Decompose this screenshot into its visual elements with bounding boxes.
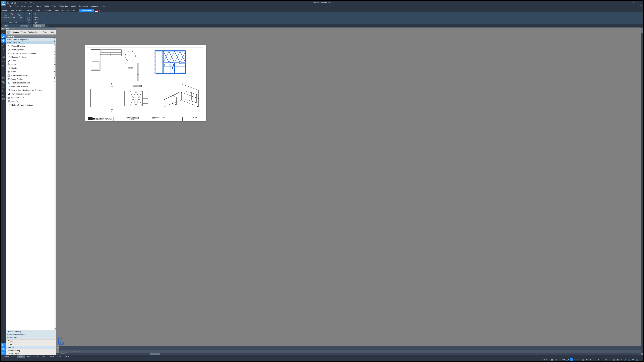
vtool-flip-icon[interactable] xyxy=(1,85,6,89)
vtool-edit-icon[interactable] xyxy=(1,34,6,38)
vtool-stretch-icon[interactable] xyxy=(1,59,6,63)
paper-space[interactable]: B 1:5 ○─ B A-A (1:40) A ⟼ ⟼ A xyxy=(85,45,206,121)
palette-copy-icon[interactable]: ⎘ xyxy=(53,56,56,59)
sp-item-bump-product[interactable]: Bump Product xyxy=(6,77,56,81)
palette-brush-icon[interactable]: ✐ xyxy=(53,60,56,63)
sp-sub-products[interactable]: Modify Products xyxy=(6,41,56,44)
sp-item-refresh-item-numbers-from-database[interactable]: Refresh Item Numbers from Database xyxy=(6,88,56,92)
ribtab-drawing-view[interactable]: Drawing View xyxy=(79,9,94,12)
ribtab-render[interactable]: Render xyxy=(25,9,34,12)
help-button[interactable]: ? xyxy=(7,30,10,34)
svg-rect-0 xyxy=(8,2,9,3)
qat-open-icon[interactable] xyxy=(11,2,13,4)
palette-hide-icon[interactable]: ⊘ xyxy=(53,76,56,79)
menu-edit[interactable]: Edit xyxy=(14,5,19,7)
menu-window[interactable]: Window xyxy=(90,5,99,7)
menu-file[interactable]: File xyxy=(8,5,13,7)
palette-clip-icon[interactable]: ▣ xyxy=(53,70,56,73)
sp-item-move[interactable]: Move xyxy=(6,62,56,66)
ribtab-insert[interactable]: Insert xyxy=(34,9,42,12)
add-doc-tab-button[interactable]: + xyxy=(46,24,49,27)
sp-menu-other[interactable]: Other xyxy=(42,31,49,33)
close-tab-icon[interactable]: ✕ xyxy=(43,25,44,26)
vtool-globe-icon[interactable] xyxy=(1,38,6,42)
sp-sub-room[interactable]: Modify Room Components xyxy=(6,38,56,41)
close-tab-icon[interactable]: ✕ xyxy=(30,25,32,26)
sp-item-copy[interactable]: Copy xyxy=(6,70,56,73)
palette-gear-icon[interactable]: ⚙ xyxy=(53,33,56,36)
sp-item-save-product-to-library[interactable]: Save Product to Library xyxy=(6,92,56,96)
vtool-mirror-icon[interactable] xyxy=(1,64,6,68)
vtool-copy-icon[interactable] xyxy=(1,80,6,84)
selected-viewport[interactable] xyxy=(154,50,187,75)
sp-item-group-products[interactable]: Group Products xyxy=(6,96,56,99)
sp-menu-company[interactable]: Company Setup xyxy=(11,31,27,33)
menu-draw[interactable]: Draw xyxy=(50,5,57,7)
menu-modify[interactable]: Modify xyxy=(70,5,78,7)
vtool-hatch-icon[interactable] xyxy=(1,97,6,101)
menu-view[interactable]: View xyxy=(20,5,26,7)
projected-view-button[interactable]: Projected xyxy=(1,12,9,21)
palette-dim-icon[interactable]: ⟷ xyxy=(53,66,56,69)
qat-print-icon[interactable] xyxy=(30,2,32,4)
sp-item-erase[interactable]: Erase xyxy=(6,59,56,62)
locale-flag-icon[interactable] xyxy=(95,10,98,12)
ribtab-annotate[interactable]: Annotate xyxy=(42,9,53,12)
vtool-pencil-icon[interactable] xyxy=(1,30,6,34)
update-view-button[interactable]: Update View xyxy=(33,12,40,21)
menu-format[interactable]: Format xyxy=(34,5,43,7)
sp-item-replace-products[interactable]: Replace Products xyxy=(6,55,56,59)
ribtab-output[interactable]: Output xyxy=(70,9,79,12)
palette-doc-icon[interactable]: ▯ xyxy=(53,36,56,39)
vtool-scale-icon[interactable] xyxy=(1,55,6,59)
vtool-text-icon[interactable]: A xyxy=(1,93,6,97)
palette-erase-icon[interactable]: ⌫ xyxy=(53,63,56,66)
doc-tab-start[interactable]: Start xyxy=(2,24,18,27)
vtool-rect-icon[interactable] xyxy=(1,76,6,80)
menu-tools[interactable]: Tools xyxy=(43,5,50,7)
palette-columns-icon[interactable]: ▥ xyxy=(53,43,56,46)
vtool-rotate-icon[interactable] xyxy=(1,51,6,55)
sp-item-part-properties[interactable]: Part Properties xyxy=(6,48,56,51)
vtool-extend-icon[interactable] xyxy=(1,72,6,76)
doc-tab-kitchen[interactable]: Kitchen*✕ xyxy=(33,24,46,27)
sp-item-edit-multiple-product-prompts[interactable]: Edit Multiple Product Prompts xyxy=(6,51,56,55)
qat-plot-icon[interactable]: ▾ xyxy=(33,2,34,4)
ribtab-view[interactable]: View xyxy=(53,9,60,12)
palette-move-icon[interactable]: ✥ xyxy=(53,53,56,56)
sp-item-join-product-elements[interactable]: Join Product Elements xyxy=(6,81,56,85)
palette-gear2-icon[interactable]: ⚙ xyxy=(53,39,56,42)
sp-item-renumber-products[interactable]: 4,5,6ReNumber Products xyxy=(6,85,56,88)
qat-saveas-icon[interactable]: ▾ xyxy=(18,2,18,4)
menu-dimension[interactable]: Dimension xyxy=(58,5,69,7)
vtool-move-icon[interactable] xyxy=(1,47,6,51)
qat-redo-icon[interactable]: ↷▾ xyxy=(25,2,27,4)
qat-undo-icon[interactable]: ↶▾ xyxy=(21,2,23,4)
menu-insert[interactable]: Insert xyxy=(26,5,34,7)
vtool-trim-icon[interactable] xyxy=(1,68,6,72)
palette-page-icon[interactable]: ▭ xyxy=(53,46,56,49)
section-view-button[interactable]: Section xyxy=(9,12,16,21)
menu-help[interactable]: Help xyxy=(100,5,106,7)
edit-view-button[interactable]: Edit View xyxy=(25,12,32,21)
ribtab-manage[interactable]: Manage xyxy=(60,9,70,12)
app-menu-button[interactable] xyxy=(1,1,6,6)
sp-item-change-door-style[interactable]: Change Door Style xyxy=(6,73,56,77)
qat-new-icon[interactable] xyxy=(8,2,10,4)
sp-item-align-products[interactable]: Align Products xyxy=(6,99,56,103)
vtool-brush-icon[interactable] xyxy=(1,43,6,47)
sp-item-redraw-selected-products[interactable]: Redraw Selected Products xyxy=(6,103,56,107)
palette-show-icon[interactable]: 👁 xyxy=(53,80,56,83)
palette-select-icon[interactable]: ◻ xyxy=(53,73,56,76)
palette-pencil-icon[interactable]: ✎ xyxy=(53,50,56,53)
sp-item-product-prompts[interactable]: Product Prompts xyxy=(6,44,56,48)
menu-parametric[interactable]: Parametric xyxy=(78,5,90,7)
doc-tab-drawing1[interactable]: Drawing1*✕ xyxy=(18,24,32,27)
ribtab-home[interactable]: Home xyxy=(1,9,9,12)
sp-item-rotate[interactable]: Rotate xyxy=(6,66,56,70)
detail-view-button[interactable]: Detail xyxy=(16,12,24,21)
sp-menu-toolbox[interactable]: Toolbox Setup xyxy=(27,31,42,33)
ribtab-mesh-modeling[interactable]: Mesh Modeling xyxy=(9,9,25,12)
vtool-fillet-icon[interactable] xyxy=(1,89,6,93)
qat-save-icon[interactable] xyxy=(14,2,16,4)
